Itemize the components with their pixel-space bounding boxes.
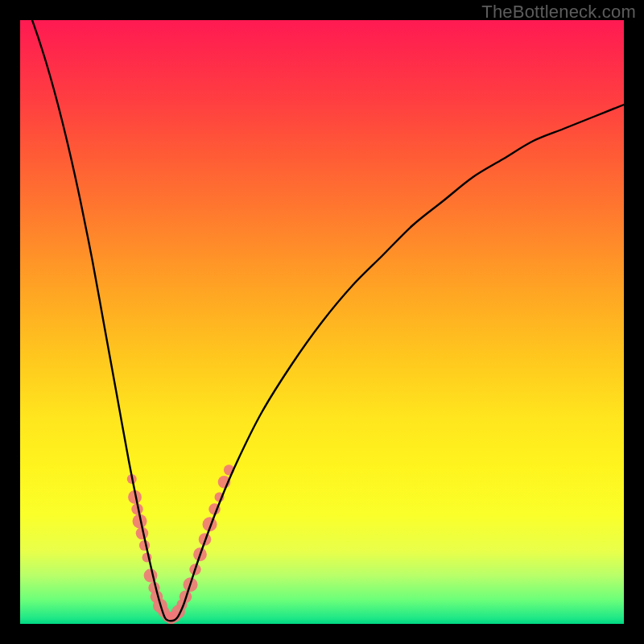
bottleneck-curve xyxy=(20,20,624,621)
data-marker xyxy=(144,569,158,583)
plot-area xyxy=(20,20,624,624)
marker-group xyxy=(127,464,234,624)
curve-svg xyxy=(20,20,624,624)
chart-frame: TheBottleneck.com xyxy=(0,0,644,644)
